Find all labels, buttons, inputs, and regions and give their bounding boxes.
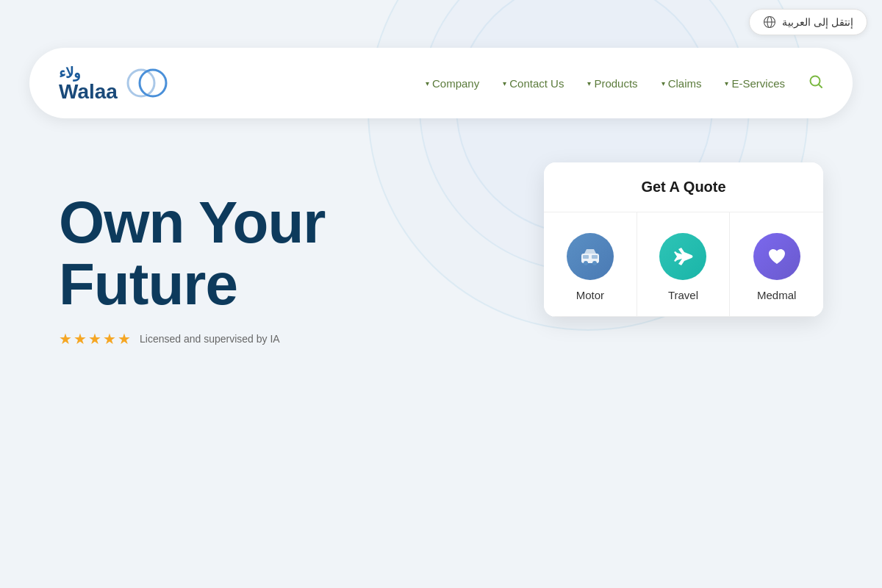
chevron-icon: ▾ [725, 79, 728, 87]
motor-label: Motor [576, 289, 604, 301]
svg-rect-11 [592, 255, 598, 259]
quote-title: Get A Quote [641, 179, 725, 195]
hero-title: Own Your Future [59, 192, 514, 315]
globe-icon [763, 15, 776, 29]
quote-option-motor[interactable]: Motor [544, 212, 637, 317]
quote-option-medmal[interactable]: Medmal [730, 212, 823, 317]
hero-subtitle: ★★★★★ Licensed and supervised by IA [59, 330, 514, 348]
nav-item-company[interactable]: ▾ Company [426, 77, 479, 90]
nav-item-contact-us[interactable]: ▾ Contact Us [503, 77, 564, 90]
travel-plane-icon [671, 245, 695, 268]
svg-point-4 [140, 70, 166, 96]
svg-line-6 [819, 85, 822, 87]
motor-car-icon [578, 245, 602, 268]
motor-icon-container [567, 233, 614, 280]
svg-point-9 [592, 261, 597, 265]
main-content: Own Your Future ★★★★★ Licensed and super… [0, 118, 882, 348]
quote-panel: Get A Quote Motor [544, 162, 823, 317]
svg-point-8 [584, 261, 588, 265]
svg-rect-10 [583, 255, 589, 259]
navbar: ولاء Walaa ▾ Company ▾ Contact Us ▾ Prod… [29, 48, 853, 118]
nav-item-e-services[interactable]: ▾ E-Services [725, 77, 785, 90]
quote-options: Motor Travel Medmal [544, 212, 823, 317]
hero-section: Own Your Future ★★★★★ Licensed and super… [59, 162, 514, 348]
chevron-icon: ▾ [662, 79, 665, 87]
travel-label: Travel [668, 289, 698, 301]
logo-latin-text: Walaa [59, 82, 118, 102]
medmal-icon-container [753, 233, 800, 280]
licensed-text: Licensed and supervised by IA [140, 333, 280, 345]
medmal-label: Medmal [757, 289, 796, 301]
chevron-icon: ▾ [426, 79, 429, 87]
top-bar: إنتقل إلى العربية [0, 0, 882, 44]
logo[interactable]: ولاء Walaa [59, 61, 169, 105]
quote-option-travel[interactable]: Travel [637, 212, 731, 317]
medmal-heart-icon [765, 245, 789, 268]
nav-links: ▾ Company ▾ Contact Us ▾ Products ▾ Clai… [426, 74, 823, 93]
lang-button-label: إنتقل إلى العربية [782, 16, 853, 28]
chevron-icon: ▾ [503, 79, 506, 87]
svg-point-3 [128, 70, 154, 96]
search-icon[interactable] [808, 74, 823, 93]
language-switcher-button[interactable]: إنتقل إلى العربية [749, 9, 867, 35]
nav-item-claims[interactable]: ▾ Claims [662, 77, 702, 90]
nav-item-products[interactable]: ▾ Products [587, 77, 637, 90]
logo-arabic-text: ولاء [59, 64, 81, 82]
logo-rings-icon [125, 61, 169, 105]
quote-header: Get A Quote [544, 162, 823, 212]
chevron-icon: ▾ [587, 79, 591, 87]
navbar-wrapper: ولاء Walaa ▾ Company ▾ Contact Us ▾ Prod… [0, 48, 882, 118]
travel-icon-container [659, 233, 706, 280]
star-rating: ★★★★★ [59, 330, 132, 348]
